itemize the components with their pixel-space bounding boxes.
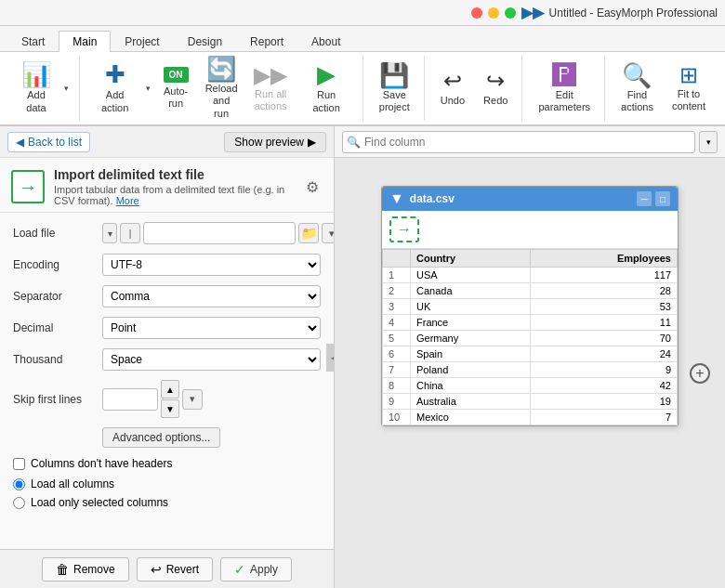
col-header-id bbox=[383, 250, 411, 268]
remove-button[interactable]: 🗑 Remove bbox=[42, 557, 129, 581]
cell-id: 10 bbox=[383, 410, 411, 425]
reload-run-icon: 🔄 bbox=[206, 57, 236, 81]
data-card-header: ▼ data.csv ─ □ bbox=[382, 187, 678, 211]
thousand-select[interactable]: Space bbox=[102, 348, 321, 371]
encoding-label: Encoding bbox=[13, 258, 97, 271]
add-data-split[interactable]: 📊 Add data ▾ bbox=[11, 58, 73, 119]
tab-report[interactable]: Report bbox=[236, 31, 297, 52]
data-table: Country Employees 1 USA 117 2 Canada 28 … bbox=[382, 249, 678, 425]
cell-employees: 11 bbox=[531, 315, 678, 331]
settings-button[interactable]: ⚙ bbox=[302, 175, 323, 200]
add-action-icon: ✚ bbox=[105, 62, 125, 86]
find-input-wrap: 🔍 bbox=[342, 131, 695, 153]
card-collapse-icon[interactable]: ▼ bbox=[389, 190, 404, 207]
show-preview-button[interactable]: Show preview ▶ bbox=[224, 132, 326, 152]
add-connector-button[interactable]: + bbox=[690, 363, 710, 384]
tab-project[interactable]: Project bbox=[111, 31, 173, 52]
tab-design[interactable]: Design bbox=[174, 31, 236, 52]
skip-down-btn[interactable]: ▼ bbox=[161, 399, 179, 418]
find-dropdown-btn[interactable]: ▾ bbox=[699, 131, 718, 153]
add-action-dropdown[interactable]: ▾ bbox=[142, 58, 153, 119]
separator-select[interactable]: Comma bbox=[102, 285, 321, 307]
data-card: ▼ data.csv ─ □ → Country Employ bbox=[381, 186, 679, 426]
cell-country: Spain bbox=[411, 346, 531, 362]
find-column-input[interactable] bbox=[364, 136, 691, 149]
skip-up-btn[interactable]: ▲ bbox=[161, 380, 179, 399]
window-controls[interactable] bbox=[471, 7, 516, 19]
load-selected-row: Load only selected columns bbox=[13, 496, 321, 509]
search-icon: 🔍 bbox=[347, 136, 361, 149]
back-to-list-button[interactable]: ◀ Back to list bbox=[7, 132, 90, 152]
run-all-button[interactable]: ▶▶ Run allactions bbox=[247, 58, 294, 119]
add-data-button[interactable]: 📊 Add data bbox=[11, 58, 61, 119]
cell-employees: 70 bbox=[531, 331, 678, 346]
canvas-area: ▼ data.csv ─ □ → Country Employ bbox=[335, 158, 725, 588]
more-link[interactable]: More bbox=[116, 195, 139, 206]
load-file-dropdown-btn[interactable]: ▾ bbox=[102, 223, 117, 243]
cell-id: 8 bbox=[383, 378, 411, 394]
skip-options-btn[interactable]: ▾ bbox=[182, 389, 203, 410]
save-project-button[interactable]: 💾 Saveproject bbox=[371, 58, 418, 119]
cell-country: UK bbox=[411, 299, 531, 315]
apply-button[interactable]: ✓ Apply bbox=[220, 557, 292, 581]
skip-lines-input[interactable]: 0 bbox=[102, 388, 158, 411]
action-bar: 🗑 Remove ↩ Revert ✓ Apply bbox=[0, 549, 334, 588]
tab-start[interactable]: Start bbox=[7, 31, 59, 52]
decimal-select[interactable]: Point bbox=[102, 317, 321, 339]
cell-id: 1 bbox=[383, 268, 411, 283]
browse-folder-btn[interactable]: 📁 bbox=[298, 223, 319, 243]
find-actions-button[interactable]: 🔍 Findactions bbox=[613, 58, 662, 119]
advanced-options-button[interactable]: Advanced options... bbox=[102, 427, 220, 448]
maximize-button[interactable] bbox=[505, 7, 516, 19]
ribbon-group-data: 📊 Add data ▾ bbox=[6, 56, 80, 121]
edit-parameters-button[interactable]: 🅿 Editparameters bbox=[530, 58, 599, 119]
save-icon: 💾 bbox=[379, 63, 409, 87]
auto-run-button[interactable]: ON Auto-run bbox=[156, 58, 195, 119]
add-action-split[interactable]: ✚ Add action ▾ bbox=[87, 58, 154, 119]
load-selected-radio[interactable] bbox=[13, 497, 25, 509]
cell-employees: 53 bbox=[531, 299, 678, 315]
cell-employees: 19 bbox=[531, 394, 678, 410]
load-file-input[interactable]: C:\Files\data.csv bbox=[143, 222, 296, 244]
table-row: 3 UK 53 bbox=[383, 299, 678, 315]
card-minimize-btn[interactable]: ─ bbox=[637, 191, 652, 206]
revert-button[interactable]: ↩ Revert bbox=[137, 557, 213, 581]
skip-lines-controls: 0 ▲ ▼ ▾ bbox=[102, 380, 321, 418]
undo-button[interactable]: ↩ Undo bbox=[432, 58, 473, 119]
load-file-controls: ▾ | C:\Files\data.csv 📁 ▾ ↗ bbox=[102, 222, 334, 244]
tab-main[interactable]: Main bbox=[59, 31, 111, 52]
data-card-title: data.csv bbox=[410, 192, 631, 205]
no-headers-checkbox[interactable] bbox=[13, 458, 25, 470]
right-panel: 🔍 ▾ ▼ data.csv ─ □ → bbox=[335, 126, 725, 588]
card-maximize-btn[interactable]: □ bbox=[655, 191, 670, 206]
cell-employees: 42 bbox=[531, 378, 678, 394]
decimal-row: Decimal Point bbox=[13, 317, 321, 339]
cell-employees: 117 bbox=[531, 268, 678, 283]
collapse-panel-button[interactable]: ◀ bbox=[326, 344, 335, 372]
load-all-radio[interactable] bbox=[13, 478, 25, 490]
cell-country: Poland bbox=[411, 362, 531, 378]
form-area: Load file ▾ | C:\Files\data.csv 📁 ▾ ↗ En… bbox=[0, 213, 334, 549]
reload-and-run-button[interactable]: 🔄 Reloadand run bbox=[197, 58, 245, 119]
cell-id: 7 bbox=[383, 362, 411, 378]
load-file-type-btn[interactable]: | bbox=[120, 223, 140, 243]
run-action-button[interactable]: ▶ Run action bbox=[296, 58, 356, 119]
ribbon: 📊 Add data ▾ ✚ Add action ▾ ON Auto-run … bbox=[0, 52, 725, 126]
minimize-button[interactable] bbox=[488, 7, 499, 19]
cell-employees: 28 bbox=[531, 283, 678, 299]
redo-button[interactable]: ↪ Redo bbox=[475, 58, 516, 119]
skip-lines-label: Skip first lines bbox=[13, 393, 97, 406]
file-arrow-down-btn[interactable]: ▾ bbox=[322, 223, 334, 243]
ribbon-group-find: 🔍 Findactions ⊞ Fit tocontent bbox=[607, 56, 719, 121]
skip-spinner: ▲ ▼ bbox=[161, 380, 179, 418]
add-action-button[interactable]: ✚ Add action bbox=[87, 58, 143, 119]
redo-icon: ↪ bbox=[486, 70, 505, 92]
col-header-country: Country bbox=[411, 250, 531, 268]
tab-about[interactable]: About bbox=[297, 31, 354, 52]
add-data-dropdown[interactable]: ▾ bbox=[61, 58, 73, 119]
fit-to-content-button[interactable]: ⊞ Fit tocontent bbox=[664, 58, 714, 119]
close-button[interactable] bbox=[471, 7, 482, 19]
cell-id: 2 bbox=[383, 283, 411, 299]
action-node-icon[interactable]: → bbox=[389, 216, 419, 242]
encoding-select[interactable]: UTF-8 bbox=[102, 254, 321, 276]
